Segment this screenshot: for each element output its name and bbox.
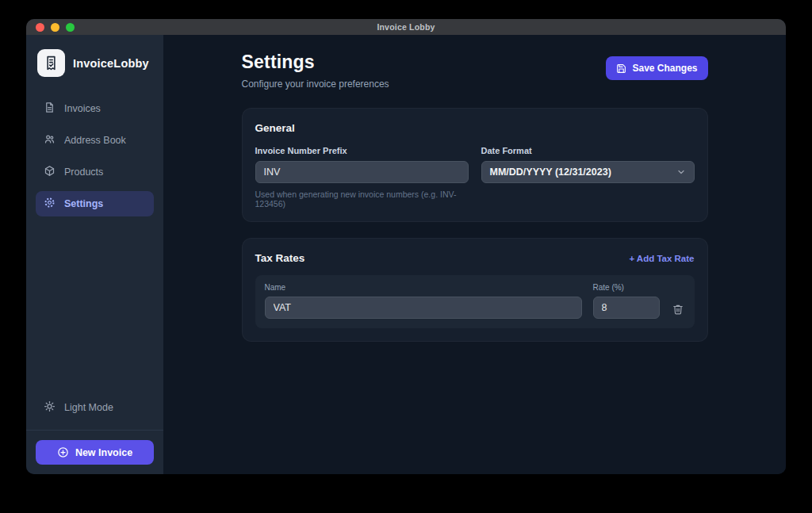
trash-icon <box>672 304 684 315</box>
plus-circle-icon <box>57 446 69 458</box>
new-invoice-button[interactable]: New Invoice <box>36 440 154 465</box>
sidebar-item-label: Address Book <box>64 135 126 146</box>
chevron-down-icon <box>676 167 686 177</box>
date-format-label: Date Format <box>481 146 695 155</box>
date-format-select[interactable]: MM/DD/YYYY (12/31/2023) <box>481 161 695 183</box>
date-format-value: MM/DD/YYYY (12/31/2023) <box>490 167 611 178</box>
sidebar-item-invoices[interactable]: Invoices <box>36 96 154 121</box>
new-invoice-label: New Invoice <box>75 447 132 458</box>
sidebar-nav: Invoices Address Book <box>36 96 154 216</box>
sidebar: InvoiceLobby Invoices <box>26 35 163 474</box>
page-subtitle: Configure your invoice preferences <box>242 78 389 90</box>
tax-rates-card: Tax Rates + Add Tax Rate Name Rate (%) <box>242 238 708 342</box>
window-title: Invoice Lobby <box>26 22 786 32</box>
sidebar-item-products[interactable]: Products <box>36 159 154 185</box>
desktop-background: Invoice Lobby InvoiceLobby <box>0 0 812 513</box>
delete-tax-rate-button[interactable] <box>671 300 685 319</box>
document-icon <box>44 101 56 116</box>
users-icon <box>44 133 56 147</box>
theme-toggle-label: Light Mode <box>64 402 113 413</box>
invoice-prefix-input[interactable] <box>255 161 469 183</box>
sidebar-item-settings[interactable]: Settings <box>36 191 154 216</box>
sidebar-item-label: Settings <box>64 198 103 209</box>
gear-icon <box>44 197 56 211</box>
sidebar-item-label: Products <box>64 167 103 178</box>
page-title: Settings <box>242 52 389 73</box>
app-window: Invoice Lobby InvoiceLobby <box>26 19 786 474</box>
invoice-prefix-field-group: Invoice Number Prefix Used when generati… <box>255 146 469 209</box>
general-card-title: General <box>255 122 695 134</box>
sidebar-item-label: Invoices <box>64 103 101 114</box>
cube-icon <box>44 165 56 179</box>
sun-icon <box>44 400 56 415</box>
app-logo-icon <box>37 49 65 77</box>
tax-rate-label: Rate (%) <box>593 283 660 292</box>
brand: InvoiceLobby <box>36 44 154 85</box>
add-tax-rate-button[interactable]: + Add Tax Rate <box>629 254 694 263</box>
sidebar-divider <box>26 430 163 431</box>
tax-name-field-group: Name <box>265 283 582 319</box>
save-changes-label: Save Changes <box>632 63 697 74</box>
save-icon <box>616 63 626 74</box>
tax-rate-row: Name Rate (%) <box>255 275 695 328</box>
tax-name-label: Name <box>265 283 582 292</box>
sidebar-item-address-book[interactable]: Address Book <box>36 128 154 153</box>
theme-toggle[interactable]: Light Mode <box>36 395 154 420</box>
date-format-field-group: Date Format MM/DD/YYYY (12/31/2023) <box>481 146 695 209</box>
main-content: Settings Configure your invoice preferen… <box>163 35 786 474</box>
save-changes-button[interactable]: Save Changes <box>606 56 707 80</box>
general-card: General Invoice Number Prefix Used when … <box>242 108 708 222</box>
brand-name: InvoiceLobby <box>73 57 149 70</box>
tax-rate-input[interactable] <box>593 297 660 319</box>
tax-name-input[interactable] <box>265 297 582 319</box>
tax-rates-card-title: Tax Rates <box>255 252 305 264</box>
tax-rate-field-group: Rate (%) <box>593 283 660 319</box>
page-header: Settings Configure your invoice preferen… <box>242 52 708 90</box>
invoice-prefix-helper: Used when generating new invoice numbers… <box>255 190 469 209</box>
titlebar: Invoice Lobby <box>26 19 786 35</box>
invoice-prefix-label: Invoice Number Prefix <box>255 146 469 155</box>
